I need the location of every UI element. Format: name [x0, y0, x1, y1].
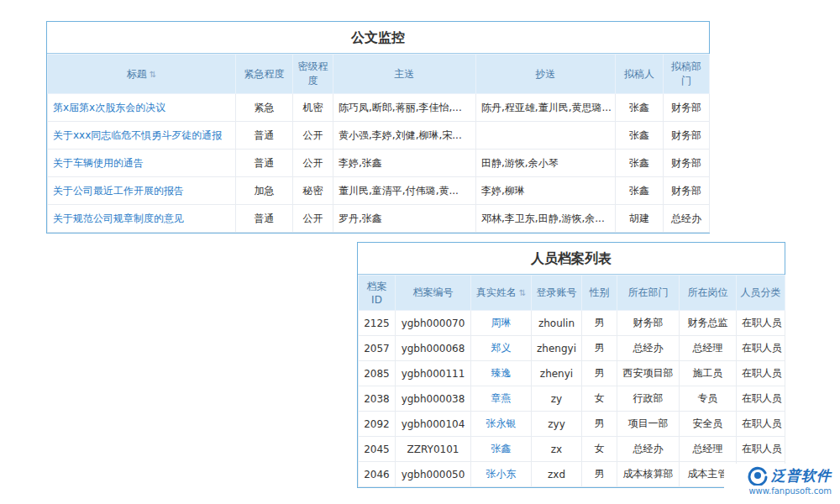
cell: 在职人员: [737, 437, 785, 462]
cell: [476, 122, 616, 150]
column-header-0[interactable]: 标题⇅: [48, 55, 236, 94]
column-header-label: 所在部门: [628, 286, 669, 298]
cell: zxd: [532, 462, 582, 487]
cell: 财务部: [664, 94, 710, 122]
document-monitor-panel: 公文监控 标题⇅紧急程度密级程度主送抄送拟稿人拟稿部门第x届第x次股东会的决议紧…: [46, 21, 710, 234]
cell-link[interactable]: 关于公司最近工作开展的报告: [48, 177, 236, 205]
cell: 公开: [293, 205, 333, 233]
cell-link[interactable]: 第x届第x次股东会的决议: [48, 94, 236, 122]
column-header-2[interactable]: 真实姓名⇅: [471, 276, 532, 311]
personnel-archive-table: 档案ID档案编号真实姓名⇅登录账号性别所在部门所在岗位人员分类2125ygbh0…: [358, 275, 785, 487]
cell-link[interactable]: 张鑫: [471, 437, 532, 462]
table-row: 2125ygbh000070周琳zhoulin男财务部财务总监在职人员: [359, 311, 785, 336]
cell: 男: [582, 462, 617, 487]
cell-link[interactable]: 郑义: [471, 336, 532, 361]
cell: zhoulin: [532, 311, 582, 336]
cell: 男: [582, 311, 617, 336]
document-monitor-table: 标题⇅紧急程度密级程度主送抄送拟稿人拟稿部门第x届第x次股东会的决议紧急机密陈巧…: [47, 54, 710, 233]
table-row: 关于公司最近工作开展的报告加急秘密董川民,童清平,付伟璐,黄...李婷,柳琳张鑫…: [48, 177, 710, 205]
cell: 总经理: [680, 336, 737, 361]
cell: 李婷,张鑫: [333, 150, 476, 177]
column-header-label: 性别: [590, 286, 610, 298]
table-row: 2045ZZRY0101张鑫zx女总经办总经理在职人员: [359, 437, 785, 462]
column-header-5: 所在部门: [617, 276, 680, 311]
cell: 2085: [359, 361, 396, 386]
cell: ZZRY0101: [396, 437, 471, 462]
column-header-label: 主送: [395, 68, 415, 80]
column-header-label: 档案编号: [413, 286, 454, 298]
cell: ygbh000111: [396, 361, 471, 386]
column-header-1: 紧急程度: [236, 55, 293, 94]
column-header-label: 人员分类: [741, 286, 781, 298]
column-header-0: 档案ID: [359, 276, 396, 311]
cell: 财务部: [617, 311, 680, 336]
cell: 总经办: [617, 336, 680, 361]
cell: 在职人员: [737, 412, 785, 437]
document-monitor-title: 公文监控: [47, 22, 709, 54]
cell-link[interactable]: 关于xxx同志临危不惧勇斗歹徒的通报: [48, 122, 236, 150]
column-header-label: 档案ID: [367, 281, 387, 306]
cell-link[interactable]: 臻逸: [471, 361, 532, 386]
personnel-archive-panel: 人员档案列表 档案ID档案编号真实姓名⇅登录账号性别所在部门所在岗位人员分类21…: [357, 242, 785, 488]
fanpu-logo-icon: [748, 465, 768, 486]
cell: 张鑫: [616, 94, 664, 122]
brand-name: 泛普软件: [771, 466, 832, 486]
table-row: 2057ygbh000068郑义zhengyi男总经办总经理在职人员: [359, 336, 785, 361]
cell: 财务总监: [680, 311, 737, 336]
cell: 2046: [359, 462, 396, 487]
column-header-label: 标题: [127, 68, 147, 80]
cell: 男: [582, 412, 617, 437]
table-row: 2092ygbh000104张永银zyy男项目一部安全员在职人员: [359, 412, 785, 437]
cell: 成本核算部: [617, 462, 680, 487]
cell: 陈巧凤,断郎,蒋丽,李佳怡,...: [333, 94, 476, 122]
sort-icon[interactable]: ⇅: [519, 288, 526, 297]
cell: 机密: [293, 94, 333, 122]
cell: 2125: [359, 311, 396, 336]
cell-link[interactable]: 张小东: [471, 462, 532, 487]
cell: 财务部: [664, 122, 710, 150]
cell: 在职人员: [737, 361, 785, 386]
cell-link[interactable]: 章燕: [471, 386, 532, 412]
cell-link[interactable]: 周琳: [471, 311, 532, 336]
header-row: 标题⇅紧急程度密级程度主送抄送拟稿人拟稿部门: [48, 55, 710, 94]
cell: zhenyi: [532, 361, 582, 386]
cell: 2045: [359, 437, 396, 462]
cell: 加急: [236, 177, 293, 205]
cell-link[interactable]: 张永银: [471, 412, 532, 437]
fanpu-logo: 泛普软件 www.fanpusoft.com: [724, 464, 833, 497]
cell: zy: [532, 386, 582, 412]
cell: 在职人员: [737, 386, 785, 412]
column-header-1: 档案编号: [396, 276, 471, 311]
cell-link[interactable]: 关于规范公司规章制度的意见: [48, 205, 236, 233]
cell: 公开: [293, 122, 333, 150]
column-header-label: 抄送: [536, 68, 556, 80]
table-row: 关于规范公司规章制度的意见普通公开罗丹,张鑫邓林,李卫东,田静,游恢,余...胡…: [48, 205, 710, 233]
cell: 女: [582, 437, 617, 462]
cell: 2092: [359, 412, 396, 437]
cell: 张鑫: [616, 150, 664, 177]
column-header-7: 人员分类: [737, 276, 785, 311]
column-header-6: 所在岗位: [680, 276, 737, 311]
cell: 罗丹,张鑫: [333, 205, 476, 233]
cell: 施工员: [680, 361, 737, 386]
cell: ygbh000050: [396, 462, 471, 487]
table-row: 2038ygbh000038章燕zy女行政部专员在职人员: [359, 386, 785, 412]
cell: 黄小强,李婷,刘健,柳琳,宋...: [333, 122, 476, 150]
page: 公文监控 标题⇅紧急程度密级程度主送抄送拟稿人拟稿部门第x届第x次股东会的决议紧…: [0, 0, 840, 504]
cell: 胡建: [616, 205, 664, 233]
cell: 田静,游恢,余小琴: [476, 150, 616, 177]
cell: 项目一部: [617, 412, 680, 437]
column-header-6: 拟稿部门: [664, 55, 710, 94]
column-header-2: 密级程度: [293, 55, 333, 94]
cell: 财务部: [664, 150, 710, 177]
cell: 秘密: [293, 177, 333, 205]
column-header-label: 真实姓名: [476, 286, 517, 298]
cell: 普通: [236, 150, 293, 177]
cell: 紧急: [236, 94, 293, 122]
cell: 张鑫: [616, 122, 664, 150]
header-row: 档案ID档案编号真实姓名⇅登录账号性别所在部门所在岗位人员分类: [359, 276, 785, 311]
sort-icon[interactable]: ⇅: [150, 70, 156, 79]
cell: 普通: [236, 205, 293, 233]
personnel-archive-title: 人员档案列表: [358, 243, 785, 275]
cell-link[interactable]: 关于车辆使用的通告: [48, 150, 236, 177]
